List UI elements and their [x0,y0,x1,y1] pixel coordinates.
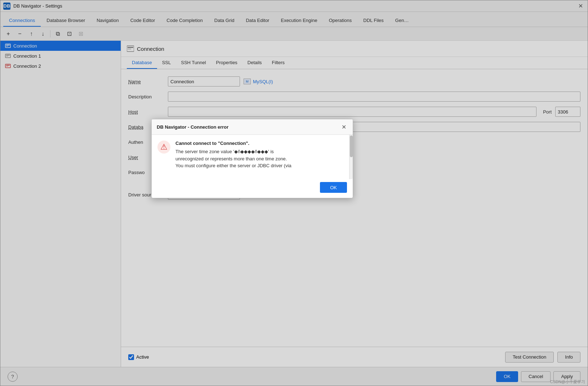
dialog-ok-button[interactable]: OK [320,182,347,193]
dialog-titlebar: DB Navigator - Connection error ✕ [152,119,353,135]
dialog-title: DB Navigator - Connection error [157,124,340,130]
dialog-content: Cannot connect to "Connection". The serv… [175,141,343,173]
dialog-footer: OK [152,179,353,198]
scrollbar-thumb [350,136,353,157]
dialog-error-icon: ⚠ [157,141,170,154]
dialog-scrollbar[interactable] [349,135,353,179]
dialog-close-button[interactable]: ✕ [340,123,348,131]
error-dialog: DB Navigator - Connection error ✕ ⚠ Cann… [151,119,353,198]
modal-overlay: DB Navigator - Connection error ✕ ⚠ Cann… [0,0,588,386]
dialog-body: ⚠ Cannot connect to "Connection". The se… [152,135,349,179]
dialog-message-title: Cannot connect to "Connection". [175,141,343,146]
main-window: DB DB Navigator - Settings ✕ Connections… [0,0,588,386]
dialog-message-body: The server time zone value '◆ñ◆◆◆◆ñ◆◆◆' … [175,148,343,169]
